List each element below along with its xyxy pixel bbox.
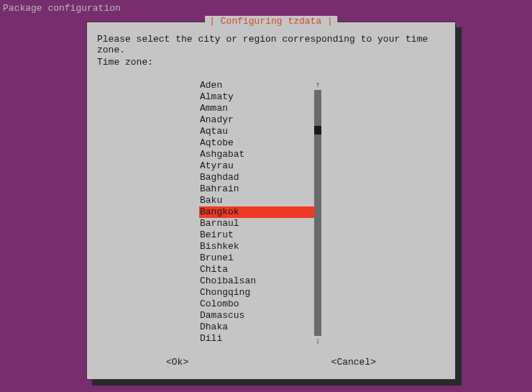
scroll-down-icon[interactable]: ↓ xyxy=(314,336,321,346)
cancel-button[interactable]: <Cancel> xyxy=(331,357,376,368)
dialog-prompt: Please select the city or region corresp… xyxy=(97,34,445,55)
timezone-label: Time zone: xyxy=(97,57,153,68)
ok-button[interactable]: <Ok> xyxy=(166,357,188,368)
scrollbar-thumb[interactable] xyxy=(314,126,321,135)
package-config-header: Package configuration xyxy=(3,3,121,14)
dialog-title: | Configuring tzdata | xyxy=(205,16,337,27)
tzdata-dialog: | Configuring tzdata | Please select the… xyxy=(86,22,456,380)
dialog-title-text: Configuring tzdata xyxy=(221,16,321,27)
list-item[interactable]: Bangkok xyxy=(199,206,314,218)
scrollbar-track[interactable] xyxy=(314,90,321,126)
scrollbar-track[interactable] xyxy=(314,135,321,336)
dialog-buttons: <Ok> <Cancel> xyxy=(87,357,455,368)
scrollbar[interactable]: ↑ ↓ xyxy=(314,80,321,346)
scroll-up-icon[interactable]: ↑ xyxy=(314,80,321,90)
